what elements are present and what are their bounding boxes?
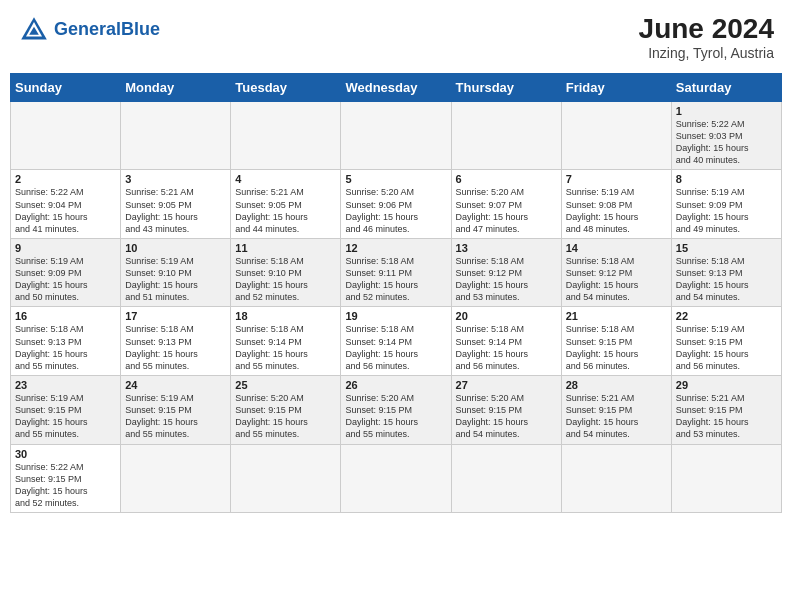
day-number: 9: [15, 242, 116, 254]
calendar-cell: 16Sunrise: 5:18 AM Sunset: 9:13 PM Dayli…: [11, 307, 121, 376]
day-number: 24: [125, 379, 226, 391]
day-info: Sunrise: 5:18 AM Sunset: 9:13 PM Dayligh…: [15, 323, 116, 372]
calendar-cell: 12Sunrise: 5:18 AM Sunset: 9:11 PM Dayli…: [341, 238, 451, 307]
day-info: Sunrise: 5:19 AM Sunset: 9:09 PM Dayligh…: [15, 255, 116, 304]
calendar-cell: [561, 444, 671, 513]
calendar-row: 23Sunrise: 5:19 AM Sunset: 9:15 PM Dayli…: [11, 376, 782, 445]
day-number: 18: [235, 310, 336, 322]
day-number: 19: [345, 310, 446, 322]
day-number: 1: [676, 105, 777, 117]
day-info: Sunrise: 5:19 AM Sunset: 9:15 PM Dayligh…: [676, 323, 777, 372]
weekday-header: Wednesday: [341, 73, 451, 101]
day-info: Sunrise: 5:18 AM Sunset: 9:14 PM Dayligh…: [456, 323, 557, 372]
calendar-cell: [11, 101, 121, 170]
title-area: June 2024 Inzing, Tyrol, Austria: [639, 14, 774, 61]
day-info: Sunrise: 5:20 AM Sunset: 9:06 PM Dayligh…: [345, 186, 446, 235]
calendar-cell: 27Sunrise: 5:20 AM Sunset: 9:15 PM Dayli…: [451, 376, 561, 445]
day-number: 7: [566, 173, 667, 185]
calendar-cell: [671, 444, 781, 513]
day-info: Sunrise: 5:18 AM Sunset: 9:14 PM Dayligh…: [345, 323, 446, 372]
calendar-cell: [561, 101, 671, 170]
day-info: Sunrise: 5:19 AM Sunset: 9:08 PM Dayligh…: [566, 186, 667, 235]
day-info: Sunrise: 5:19 AM Sunset: 9:15 PM Dayligh…: [15, 392, 116, 441]
calendar-row: 9Sunrise: 5:19 AM Sunset: 9:09 PM Daylig…: [11, 238, 782, 307]
day-number: 11: [235, 242, 336, 254]
day-number: 15: [676, 242, 777, 254]
day-info: Sunrise: 5:18 AM Sunset: 9:15 PM Dayligh…: [566, 323, 667, 372]
weekday-header-row: SundayMondayTuesdayWednesdayThursdayFrid…: [11, 73, 782, 101]
weekday-header: Saturday: [671, 73, 781, 101]
calendar-cell: 17Sunrise: 5:18 AM Sunset: 9:13 PM Dayli…: [121, 307, 231, 376]
calendar-row: 1Sunrise: 5:22 AM Sunset: 9:03 PM Daylig…: [11, 101, 782, 170]
day-number: 17: [125, 310, 226, 322]
calendar-cell: 25Sunrise: 5:20 AM Sunset: 9:15 PM Dayli…: [231, 376, 341, 445]
calendar-cell: 23Sunrise: 5:19 AM Sunset: 9:15 PM Dayli…: [11, 376, 121, 445]
calendar-cell: 28Sunrise: 5:21 AM Sunset: 9:15 PM Dayli…: [561, 376, 671, 445]
day-info: Sunrise: 5:22 AM Sunset: 9:03 PM Dayligh…: [676, 118, 777, 167]
calendar-row: 16Sunrise: 5:18 AM Sunset: 9:13 PM Dayli…: [11, 307, 782, 376]
weekday-header: Thursday: [451, 73, 561, 101]
day-number: 25: [235, 379, 336, 391]
day-info: Sunrise: 5:19 AM Sunset: 9:15 PM Dayligh…: [125, 392, 226, 441]
calendar-cell: 24Sunrise: 5:19 AM Sunset: 9:15 PM Dayli…: [121, 376, 231, 445]
calendar-cell: 8Sunrise: 5:19 AM Sunset: 9:09 PM Daylig…: [671, 170, 781, 239]
day-info: Sunrise: 5:21 AM Sunset: 9:15 PM Dayligh…: [566, 392, 667, 441]
calendar-row: 30Sunrise: 5:22 AM Sunset: 9:15 PM Dayli…: [11, 444, 782, 513]
calendar-cell: 15Sunrise: 5:18 AM Sunset: 9:13 PM Dayli…: [671, 238, 781, 307]
calendar-cell: [121, 101, 231, 170]
day-info: Sunrise: 5:21 AM Sunset: 9:05 PM Dayligh…: [125, 186, 226, 235]
day-number: 3: [125, 173, 226, 185]
day-number: 5: [345, 173, 446, 185]
logo: GeneralBlue: [18, 14, 160, 46]
day-number: 2: [15, 173, 116, 185]
calendar-cell: 5Sunrise: 5:20 AM Sunset: 9:06 PM Daylig…: [341, 170, 451, 239]
weekday-header: Sunday: [11, 73, 121, 101]
day-number: 21: [566, 310, 667, 322]
calendar-cell: 4Sunrise: 5:21 AM Sunset: 9:05 PM Daylig…: [231, 170, 341, 239]
calendar-table: SundayMondayTuesdayWednesdayThursdayFrid…: [10, 73, 782, 513]
calendar-cell: 19Sunrise: 5:18 AM Sunset: 9:14 PM Dayli…: [341, 307, 451, 376]
day-info: Sunrise: 5:18 AM Sunset: 9:14 PM Dayligh…: [235, 323, 336, 372]
calendar-cell: 2Sunrise: 5:22 AM Sunset: 9:04 PM Daylig…: [11, 170, 121, 239]
day-info: Sunrise: 5:19 AM Sunset: 9:09 PM Dayligh…: [676, 186, 777, 235]
day-info: Sunrise: 5:18 AM Sunset: 9:11 PM Dayligh…: [345, 255, 446, 304]
weekday-header: Friday: [561, 73, 671, 101]
day-number: 30: [15, 448, 116, 460]
calendar-cell: [451, 101, 561, 170]
day-number: 26: [345, 379, 446, 391]
calendar-cell: 18Sunrise: 5:18 AM Sunset: 9:14 PM Dayli…: [231, 307, 341, 376]
day-info: Sunrise: 5:20 AM Sunset: 9:15 PM Dayligh…: [345, 392, 446, 441]
calendar-cell: [121, 444, 231, 513]
day-number: 12: [345, 242, 446, 254]
day-number: 23: [15, 379, 116, 391]
calendar-cell: 7Sunrise: 5:19 AM Sunset: 9:08 PM Daylig…: [561, 170, 671, 239]
day-info: Sunrise: 5:21 AM Sunset: 9:05 PM Dayligh…: [235, 186, 336, 235]
day-info: Sunrise: 5:20 AM Sunset: 9:15 PM Dayligh…: [235, 392, 336, 441]
day-info: Sunrise: 5:21 AM Sunset: 9:15 PM Dayligh…: [676, 392, 777, 441]
day-number: 22: [676, 310, 777, 322]
month-title: June 2024: [639, 14, 774, 45]
calendar-cell: 30Sunrise: 5:22 AM Sunset: 9:15 PM Dayli…: [11, 444, 121, 513]
calendar-cell: 6Sunrise: 5:20 AM Sunset: 9:07 PM Daylig…: [451, 170, 561, 239]
day-info: Sunrise: 5:20 AM Sunset: 9:15 PM Dayligh…: [456, 392, 557, 441]
location: Inzing, Tyrol, Austria: [639, 45, 774, 61]
logo-icon: [18, 14, 50, 46]
calendar-cell: 21Sunrise: 5:18 AM Sunset: 9:15 PM Dayli…: [561, 307, 671, 376]
calendar-cell: [341, 444, 451, 513]
day-number: 14: [566, 242, 667, 254]
calendar-cell: 11Sunrise: 5:18 AM Sunset: 9:10 PM Dayli…: [231, 238, 341, 307]
weekday-header: Tuesday: [231, 73, 341, 101]
day-number: 16: [15, 310, 116, 322]
day-info: Sunrise: 5:18 AM Sunset: 9:13 PM Dayligh…: [676, 255, 777, 304]
calendar-cell: [451, 444, 561, 513]
day-number: 6: [456, 173, 557, 185]
day-info: Sunrise: 5:18 AM Sunset: 9:13 PM Dayligh…: [125, 323, 226, 372]
day-info: Sunrise: 5:22 AM Sunset: 9:15 PM Dayligh…: [15, 461, 116, 510]
day-info: Sunrise: 5:20 AM Sunset: 9:07 PM Dayligh…: [456, 186, 557, 235]
logo-text: GeneralBlue: [54, 20, 160, 40]
day-number: 4: [235, 173, 336, 185]
calendar-cell: 13Sunrise: 5:18 AM Sunset: 9:12 PM Dayli…: [451, 238, 561, 307]
day-info: Sunrise: 5:18 AM Sunset: 9:12 PM Dayligh…: [456, 255, 557, 304]
day-info: Sunrise: 5:22 AM Sunset: 9:04 PM Dayligh…: [15, 186, 116, 235]
calendar-cell: [231, 101, 341, 170]
